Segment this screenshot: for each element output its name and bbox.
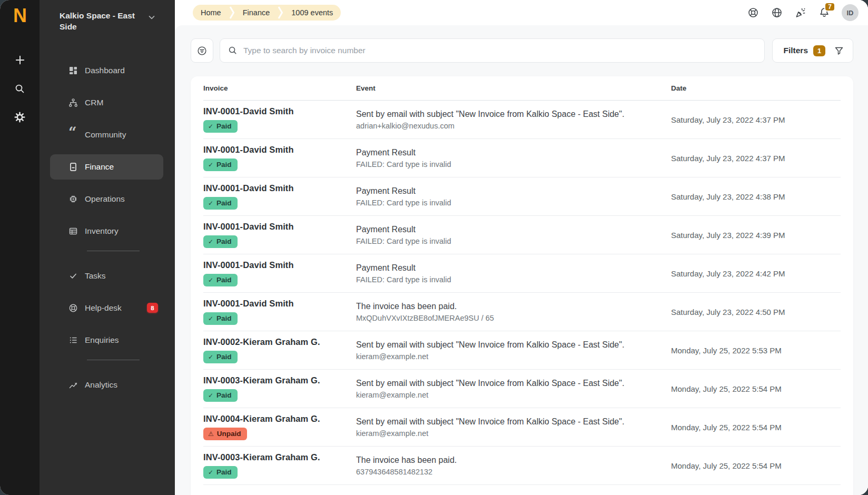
crm-icon: [68, 98, 78, 107]
search-input[interactable]: [243, 46, 757, 55]
check-icon: [208, 199, 213, 207]
sidebar-item-label: Tasks: [85, 271, 106, 281]
main-area: Home Finance 1009 events 7: [175, 0, 868, 495]
warning-icon: [208, 430, 214, 438]
event-date: Saturday, July 23, 2022 4:37 PM: [671, 115, 841, 124]
breadcrumb-events[interactable]: 1009 events: [283, 5, 341, 21]
event-detail: adrian+kalkio@nexudus.com: [356, 122, 671, 130]
event-date: Monday, July 25, 2022 5:53 PM: [671, 346, 841, 355]
status-badge: Paid: [203, 466, 238, 479]
sidebar-item-analytics[interactable]: Analytics: [50, 372, 163, 398]
content: Filters 1 Invoice Event Date INV-0001-Da…: [175, 25, 868, 495]
document-icon: [68, 162, 78, 172]
workspace-name: Kalkio Space - East Side: [60, 11, 143, 33]
invoice-title: INV-0001-David Smith: [203, 183, 356, 193]
status-label: Paid: [216, 237, 232, 245]
check-icon: [68, 271, 78, 281]
event-title: The invoice has been paid.: [356, 456, 671, 465]
breadcrumb: Home Finance 1009 events: [193, 5, 341, 21]
event-title: Sent by email with subject "New Invoice …: [356, 110, 671, 119]
filter-circle-icon: [196, 45, 208, 56]
table-row[interactable]: INV-0001-David Smith Paid Sent by email …: [203, 101, 841, 139]
breadcrumb-home[interactable]: Home: [193, 5, 229, 21]
whats-new-button[interactable]: [794, 6, 807, 19]
status-badge: Paid: [203, 274, 238, 286]
workspace-switcher[interactable]: Kalkio Space - East Side: [40, 0, 175, 37]
event-title: Sent by email with subject "New Invoice …: [356, 417, 671, 427]
check-icon: [208, 237, 213, 245]
event-date: Monday, July 25, 2022 5:54 PM: [671, 423, 841, 432]
invoice-title: INV-0001-David Smith: [203, 299, 356, 309]
settings-button[interactable]: [11, 107, 29, 126]
table-row[interactable]: INV-0001-David Smith Paid Payment Result…: [203, 139, 841, 177]
invoice-title: INV-0003-Kieram Graham G.: [203, 375, 356, 385]
table-row[interactable]: INV-0001-David Smith Paid Payment Result…: [203, 177, 841, 216]
event-detail: FAILED: Card type is invalid: [356, 237, 671, 245]
table-row[interactable]: INV-0001-David Smith Paid The invoice ha…: [203, 293, 841, 331]
global-search-button[interactable]: [11, 79, 29, 98]
status-badge: Paid: [203, 312, 238, 325]
event-detail: 637943648581482132: [356, 468, 671, 476]
topbar-actions: 7 ID: [747, 4, 859, 21]
sidebar-item-inventory[interactable]: Inventory: [50, 219, 163, 244]
add-button[interactable]: [11, 51, 29, 70]
status-badge: Paid: [203, 389, 238, 402]
notifications-button[interactable]: 7: [818, 6, 831, 19]
sidebar-item-label: Dashboard: [85, 66, 125, 75]
event-date: Saturday, July 23, 2022 4:42 PM: [671, 269, 841, 278]
table-row[interactable]: INV-0002-Kieram Graham G. Paid Sent by e…: [203, 331, 841, 370]
sidebar-item-tasks[interactable]: Tasks: [50, 263, 163, 289]
check-icon: [208, 353, 213, 361]
avatar[interactable]: ID: [842, 4, 859, 21]
check-icon: [208, 161, 213, 169]
topbar: Home Finance 1009 events 7: [175, 0, 868, 25]
status-badge: Paid: [203, 235, 238, 248]
sidebar-item-enquiries[interactable]: Enquiries: [50, 328, 163, 353]
filters-count-badge: 1: [813, 45, 825, 56]
sidebar: Kalkio Space - East Side Dashboard CRM “…: [40, 0, 175, 495]
sidebar-item-label: Community: [85, 130, 126, 140]
quotes-icon: “: [68, 130, 78, 140]
dashboard-icon: [68, 66, 78, 75]
lifebuoy-icon: [68, 303, 78, 313]
event-date: Saturday, July 23, 2022 4:38 PM: [671, 192, 841, 201]
lifebuoy-icon: [747, 7, 759, 18]
event-date: Saturday, July 23, 2022 4:39 PM: [671, 231, 841, 240]
chart-icon: [68, 380, 78, 390]
invoice-title: INV-0002-Kieram Graham G.: [203, 337, 356, 347]
sidebar-item-finance[interactable]: Finance: [50, 154, 163, 180]
status-label: Paid: [216, 391, 232, 399]
table-header: Invoice Event Date: [203, 76, 841, 101]
globe-icon: [771, 7, 783, 18]
table-row[interactable]: INV-0004-Kieram Graham G. Unpaid Sent by…: [203, 408, 841, 447]
status-badge: Paid: [203, 159, 238, 171]
sidebar-item-crm[interactable]: CRM: [50, 90, 163, 115]
table-row[interactable]: INV-0003-Kieram Graham G. Paid The invoi…: [203, 447, 841, 485]
status-label: Paid: [216, 199, 232, 207]
sidebar-item-dashboard[interactable]: Dashboard: [50, 58, 163, 83]
notification-count-badge: 7: [824, 2, 835, 12]
sidebar-item-label: Finance: [85, 162, 114, 172]
sidebar-item-community[interactable]: “ Community: [50, 122, 163, 147]
plus-icon: [14, 54, 26, 66]
status-label: Unpaid: [217, 430, 241, 438]
invoice-title: INV-0004-Kieram Graham G.: [203, 414, 356, 424]
view-options-button[interactable]: [191, 38, 213, 63]
help-button[interactable]: [747, 6, 760, 19]
event-detail: MxQDuhVXvIXtzBE8ofJMERAe9SU / 65: [356, 314, 671, 322]
status-label: Paid: [216, 276, 232, 284]
event-title: Payment Result: [356, 225, 671, 234]
table-row[interactable]: INV-0001-David Smith Paid Payment Result…: [203, 216, 841, 254]
breadcrumb-separator: [229, 5, 235, 21]
table-row[interactable]: INV-0001-David Smith Paid Payment Result…: [203, 254, 841, 293]
sidebar-item-operations[interactable]: Operations: [50, 186, 163, 212]
search-icon: [228, 45, 238, 56]
language-button[interactable]: [771, 6, 783, 19]
filters-button[interactable]: Filters 1: [772, 38, 853, 63]
invoice-title: INV-0001-David Smith: [203, 106, 356, 116]
sidebar-item-helpdesk[interactable]: Help-desk 8: [50, 295, 163, 321]
invoice-title: INV-0003-Kieram Graham G.: [203, 452, 356, 462]
table-row[interactable]: INV-0003-Kieram Graham G. Paid Sent by e…: [203, 370, 841, 408]
breadcrumb-finance[interactable]: Finance: [235, 5, 278, 21]
nexudus-logo[interactable]: N: [13, 6, 26, 25]
